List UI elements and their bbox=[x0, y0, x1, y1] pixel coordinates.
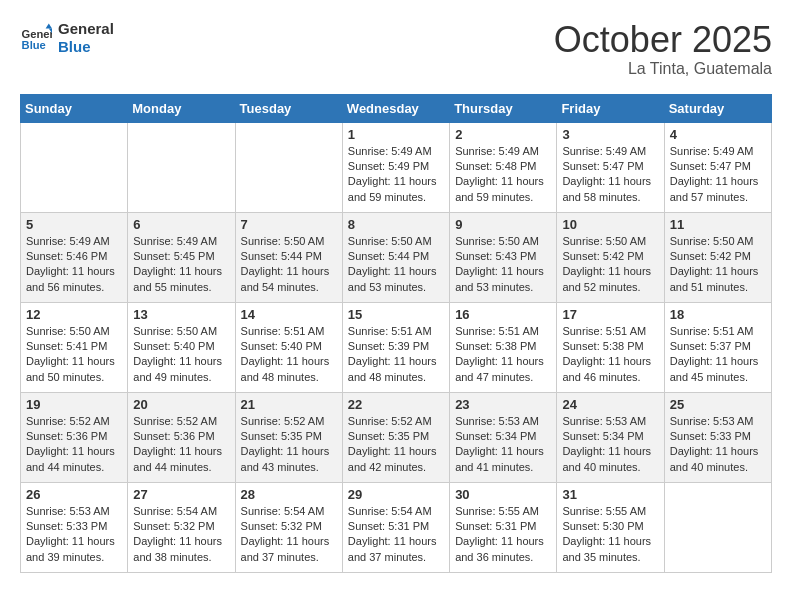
calendar-cell bbox=[128, 122, 235, 212]
cell-line: Sunset: 5:48 PM bbox=[455, 160, 536, 172]
cell-line: Daylight: 11 hours bbox=[26, 445, 115, 457]
cell-line: Daylight: 11 hours bbox=[455, 535, 544, 547]
svg-marker-2 bbox=[46, 24, 52, 29]
calendar-cell: 22Sunrise: 5:52 AMSunset: 5:35 PMDayligh… bbox=[342, 392, 449, 482]
cell-line: Sunrise: 5:50 AM bbox=[133, 325, 217, 337]
day-number: 16 bbox=[455, 307, 551, 322]
calendar-cell: 11Sunrise: 5:50 AMSunset: 5:42 PMDayligh… bbox=[664, 212, 771, 302]
cell-line: and 44 minutes. bbox=[26, 461, 104, 473]
cell-line: and 59 minutes. bbox=[455, 191, 533, 203]
day-number: 24 bbox=[562, 397, 658, 412]
cell-content: Sunrise: 5:52 AMSunset: 5:36 PMDaylight:… bbox=[26, 414, 122, 476]
day-number: 20 bbox=[133, 397, 229, 412]
calendar-cell bbox=[235, 122, 342, 212]
cell-line: and 48 minutes. bbox=[241, 371, 319, 383]
calendar-cell: 28Sunrise: 5:54 AMSunset: 5:32 PMDayligh… bbox=[235, 482, 342, 572]
cell-content: Sunrise: 5:53 AMSunset: 5:33 PMDaylight:… bbox=[26, 504, 122, 566]
day-number: 15 bbox=[348, 307, 444, 322]
day-number: 30 bbox=[455, 487, 551, 502]
cell-content: Sunrise: 5:49 AMSunset: 5:45 PMDaylight:… bbox=[133, 234, 229, 296]
cell-line: Sunrise: 5:50 AM bbox=[562, 235, 646, 247]
cell-line: and 43 minutes. bbox=[241, 461, 319, 473]
cell-content: Sunrise: 5:51 AMSunset: 5:40 PMDaylight:… bbox=[241, 324, 337, 386]
day-header-thursday: Thursday bbox=[450, 94, 557, 122]
cell-line: Daylight: 11 hours bbox=[26, 535, 115, 547]
day-number: 8 bbox=[348, 217, 444, 232]
calendar-cell: 3Sunrise: 5:49 AMSunset: 5:47 PMDaylight… bbox=[557, 122, 664, 212]
cell-line: Sunset: 5:44 PM bbox=[348, 250, 429, 262]
cell-line: Sunset: 5:44 PM bbox=[241, 250, 322, 262]
cell-line: Sunset: 5:32 PM bbox=[241, 520, 322, 532]
week-row-2: 5Sunrise: 5:49 AMSunset: 5:46 PMDaylight… bbox=[21, 212, 772, 302]
cell-line: and 53 minutes. bbox=[455, 281, 533, 293]
day-number: 18 bbox=[670, 307, 766, 322]
week-row-4: 19Sunrise: 5:52 AMSunset: 5:36 PMDayligh… bbox=[21, 392, 772, 482]
cell-line: Sunrise: 5:50 AM bbox=[26, 325, 110, 337]
cell-line: Sunset: 5:40 PM bbox=[241, 340, 322, 352]
cell-line: Daylight: 11 hours bbox=[670, 445, 759, 457]
cell-line: Daylight: 11 hours bbox=[562, 175, 651, 187]
cell-line: Daylight: 11 hours bbox=[348, 445, 437, 457]
day-number: 22 bbox=[348, 397, 444, 412]
cell-line: Daylight: 11 hours bbox=[241, 265, 330, 277]
logo: General Blue General Blue bbox=[20, 20, 114, 56]
cell-line: and 38 minutes. bbox=[133, 551, 211, 563]
cell-line: Daylight: 11 hours bbox=[670, 175, 759, 187]
week-row-3: 12Sunrise: 5:50 AMSunset: 5:41 PMDayligh… bbox=[21, 302, 772, 392]
cell-line: and 41 minutes. bbox=[455, 461, 533, 473]
calendar-cell: 5Sunrise: 5:49 AMSunset: 5:46 PMDaylight… bbox=[21, 212, 128, 302]
calendar-cell: 17Sunrise: 5:51 AMSunset: 5:38 PMDayligh… bbox=[557, 302, 664, 392]
cell-line: Sunrise: 5:54 AM bbox=[348, 505, 432, 517]
day-number: 21 bbox=[241, 397, 337, 412]
day-number: 14 bbox=[241, 307, 337, 322]
cell-line: Sunrise: 5:50 AM bbox=[455, 235, 539, 247]
cell-line: and 40 minutes. bbox=[562, 461, 640, 473]
cell-line: and 36 minutes. bbox=[455, 551, 533, 563]
cell-line: Sunset: 5:42 PM bbox=[562, 250, 643, 262]
cell-line: Sunset: 5:38 PM bbox=[455, 340, 536, 352]
week-row-5: 26Sunrise: 5:53 AMSunset: 5:33 PMDayligh… bbox=[21, 482, 772, 572]
logo-icon: General Blue bbox=[20, 22, 52, 54]
cell-line: Sunrise: 5:52 AM bbox=[348, 415, 432, 427]
day-header-wednesday: Wednesday bbox=[342, 94, 449, 122]
cell-line: Sunrise: 5:53 AM bbox=[670, 415, 754, 427]
day-number: 7 bbox=[241, 217, 337, 232]
cell-line: Sunset: 5:37 PM bbox=[670, 340, 751, 352]
page-header: General Blue General Blue October 2025 L… bbox=[20, 20, 772, 78]
cell-line: and 51 minutes. bbox=[670, 281, 748, 293]
cell-line: Sunset: 5:33 PM bbox=[26, 520, 107, 532]
cell-line: Daylight: 11 hours bbox=[241, 445, 330, 457]
cell-line: Daylight: 11 hours bbox=[562, 535, 651, 547]
cell-content: Sunrise: 5:50 AMSunset: 5:44 PMDaylight:… bbox=[348, 234, 444, 296]
cell-line: Sunset: 5:47 PM bbox=[562, 160, 643, 172]
day-number: 13 bbox=[133, 307, 229, 322]
calendar-cell: 31Sunrise: 5:55 AMSunset: 5:30 PMDayligh… bbox=[557, 482, 664, 572]
cell-line: and 48 minutes. bbox=[348, 371, 426, 383]
cell-line: Sunrise: 5:49 AM bbox=[562, 145, 646, 157]
location-subtitle: La Tinta, Guatemala bbox=[554, 60, 772, 78]
cell-content: Sunrise: 5:49 AMSunset: 5:47 PMDaylight:… bbox=[562, 144, 658, 206]
cell-line: and 52 minutes. bbox=[562, 281, 640, 293]
cell-content: Sunrise: 5:55 AMSunset: 5:31 PMDaylight:… bbox=[455, 504, 551, 566]
cell-content: Sunrise: 5:50 AMSunset: 5:44 PMDaylight:… bbox=[241, 234, 337, 296]
calendar-cell: 21Sunrise: 5:52 AMSunset: 5:35 PMDayligh… bbox=[235, 392, 342, 482]
cell-line: Sunset: 5:41 PM bbox=[26, 340, 107, 352]
cell-line: Sunrise: 5:55 AM bbox=[455, 505, 539, 517]
cell-line: Sunset: 5:31 PM bbox=[348, 520, 429, 532]
day-number: 23 bbox=[455, 397, 551, 412]
cell-line: Sunset: 5:47 PM bbox=[670, 160, 751, 172]
calendar-cell: 30Sunrise: 5:55 AMSunset: 5:31 PMDayligh… bbox=[450, 482, 557, 572]
cell-content: Sunrise: 5:49 AMSunset: 5:48 PMDaylight:… bbox=[455, 144, 551, 206]
cell-line: Daylight: 11 hours bbox=[455, 265, 544, 277]
cell-line: Daylight: 11 hours bbox=[670, 265, 759, 277]
day-number: 1 bbox=[348, 127, 444, 142]
calendar-table: SundayMondayTuesdayWednesdayThursdayFrid… bbox=[20, 94, 772, 573]
cell-line: Sunset: 5:46 PM bbox=[26, 250, 107, 262]
cell-line: Daylight: 11 hours bbox=[455, 175, 544, 187]
cell-line: and 37 minutes. bbox=[348, 551, 426, 563]
cell-line: Sunset: 5:35 PM bbox=[241, 430, 322, 442]
cell-line: Daylight: 11 hours bbox=[241, 355, 330, 367]
cell-content: Sunrise: 5:52 AMSunset: 5:35 PMDaylight:… bbox=[348, 414, 444, 476]
day-header-monday: Monday bbox=[128, 94, 235, 122]
logo-blue: Blue bbox=[58, 38, 114, 56]
